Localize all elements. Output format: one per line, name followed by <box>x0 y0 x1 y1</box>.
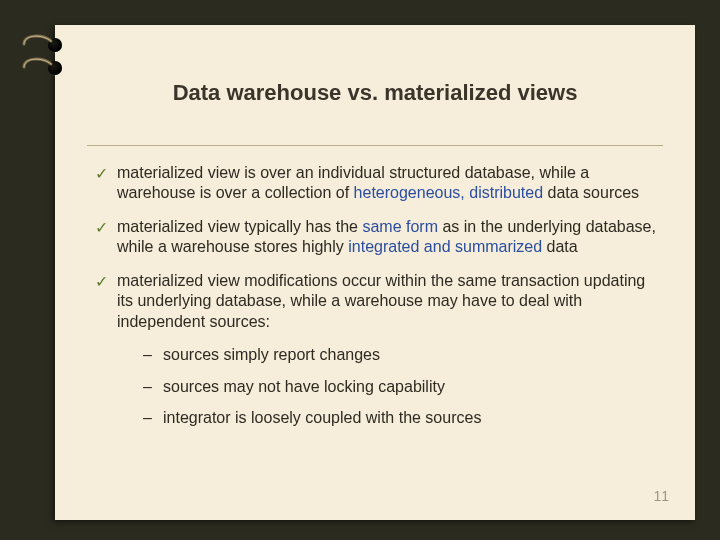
dash-icon: – <box>143 408 163 428</box>
sub-bullet-item: – sources may not have locking capabilit… <box>143 377 659 397</box>
bullet-text: materialized view modifications occur wi… <box>117 271 659 332</box>
bullet-item: ✓ materialized view is over an individua… <box>95 163 659 204</box>
dash-icon: – <box>143 345 163 365</box>
sub-bullet-list: – sources simply report changes – source… <box>143 345 659 428</box>
keyword: integrated and summarized <box>348 238 542 255</box>
keyword: heterogeneous, distributed <box>354 184 543 201</box>
dash-icon: – <box>143 377 163 397</box>
text-seg: materialized view typically has the <box>117 218 362 235</box>
sub-bullet-text: sources may not have locking capability <box>163 377 445 397</box>
page-number: 11 <box>653 488 669 504</box>
sub-bullet-text: integrator is loosely coupled with the s… <box>163 408 481 428</box>
bullet-text: materialized view is over an individual … <box>117 163 659 204</box>
text-seg: materialized view modifications occur wi… <box>117 272 645 330</box>
slide-content: ✓ materialized view is over an individua… <box>95 163 659 440</box>
sub-bullet-text: sources simply report changes <box>163 345 380 365</box>
check-icon: ✓ <box>95 163 117 204</box>
text-seg: data <box>542 238 578 255</box>
bullet-item: ✓ materialized view modifications occur … <box>95 271 659 332</box>
slide-title: Data warehouse vs. materialized views <box>55 80 695 106</box>
check-icon: ✓ <box>95 217 117 258</box>
horizontal-rule <box>87 145 663 146</box>
keyword: same form <box>362 218 438 235</box>
bullet-text: materialized view typically has the same… <box>117 217 659 258</box>
binding-hole-icon <box>48 38 62 52</box>
check-icon: ✓ <box>95 271 117 332</box>
text-seg: data sources <box>543 184 639 201</box>
slide-paper: Data warehouse vs. materialized views ✓ … <box>55 25 695 520</box>
slide-stage: Data warehouse vs. materialized views ✓ … <box>0 0 720 540</box>
sub-bullet-item: – sources simply report changes <box>143 345 659 365</box>
bullet-item: ✓ materialized view typically has the sa… <box>95 217 659 258</box>
binding-hole-icon <box>48 61 62 75</box>
sub-bullet-item: – integrator is loosely coupled with the… <box>143 408 659 428</box>
